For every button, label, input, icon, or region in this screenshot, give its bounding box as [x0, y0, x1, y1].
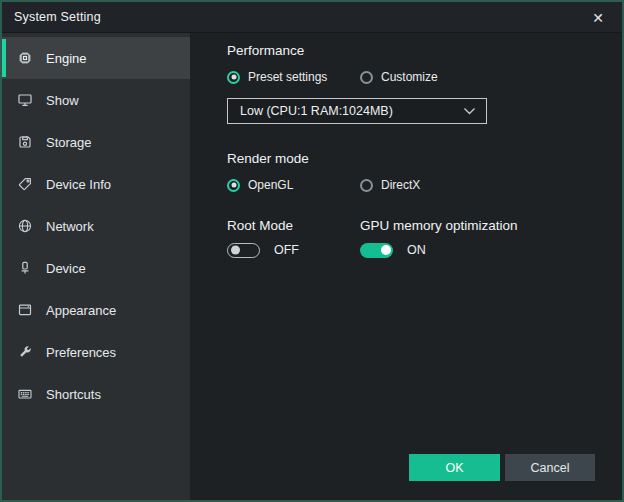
root-mode-label: Root Mode: [227, 217, 360, 235]
wrench-icon: [17, 344, 33, 360]
radio-directx[interactable]: DirectX: [360, 178, 622, 192]
sidebar-item-label: Device Info: [46, 177, 111, 192]
radio-customize[interactable]: Customize: [360, 70, 622, 84]
sidebar-item-label: Appearance: [46, 303, 116, 318]
toggle-knob: [381, 245, 391, 255]
radio-label: DirectX: [381, 178, 420, 192]
radio-unselected-icon[interactable]: [360, 71, 373, 84]
radio-selected-icon[interactable]: [227, 71, 240, 84]
sidebar-item-label: Shortcuts: [46, 387, 101, 402]
gpu-memory-state: ON: [407, 243, 426, 257]
render-mode-radio-group: OpenGL DirectX: [227, 177, 622, 193]
sidebar-item-label: Storage: [46, 135, 92, 150]
gpu-memory-toggle[interactable]: [360, 243, 393, 258]
root-mode-state: OFF: [274, 243, 299, 257]
sidebar-item-device[interactable]: Device: [2, 247, 190, 289]
ok-button[interactable]: OK: [409, 454, 500, 481]
gpu-memory-toggle-wrap: ON: [360, 243, 622, 258]
chevron-down-icon: [463, 107, 476, 115]
root-mode-toggle[interactable]: [227, 243, 260, 258]
radio-label: Preset settings: [248, 70, 327, 84]
close-icon[interactable]: ✕: [584, 2, 612, 33]
usb-device-icon: [17, 260, 33, 276]
performance-section-title: Performance: [227, 42, 622, 60]
globe-icon: [17, 218, 33, 234]
render-mode-section-title: Render mode: [227, 150, 622, 168]
radio-selected-icon[interactable]: [227, 179, 240, 192]
engine-chip-icon: [17, 50, 33, 66]
sidebar-item-label: Network: [46, 219, 94, 234]
sidebar-item-storage[interactable]: Storage: [2, 121, 190, 163]
radio-preset-settings[interactable]: Preset settings: [227, 70, 360, 84]
sidebar-item-label: Device: [46, 261, 86, 276]
cancel-button[interactable]: Cancel: [505, 454, 595, 481]
toggles-row: OFF ON: [227, 242, 622, 258]
monitor-icon: [17, 92, 33, 108]
radio-label: Customize: [381, 70, 438, 84]
footer-buttons: OK Cancel: [409, 454, 595, 481]
sidebar-item-label: Show: [46, 93, 79, 108]
gpu-memory-label: GPU memory optimization: [360, 217, 622, 235]
sidebar-item-label: Engine: [46, 51, 86, 66]
sidebar-item-network[interactable]: Network: [2, 205, 190, 247]
titlebar: System Setting ✕: [2, 2, 622, 33]
preset-dropdown-value: Low (CPU:1 RAM:1024MB): [240, 104, 463, 118]
toggle-knob: [231, 246, 240, 255]
floppy-disk-icon: [17, 134, 33, 150]
window-icon: [17, 302, 33, 318]
radio-opengl[interactable]: OpenGL: [227, 178, 360, 192]
toggle-labels-row: Root Mode GPU memory optimization: [227, 217, 622, 235]
sidebar-item-engine[interactable]: Engine: [2, 37, 190, 79]
sidebar-item-preferences[interactable]: Preferences: [2, 331, 190, 373]
performance-radio-group: Preset settings Customize: [227, 69, 622, 85]
root-mode-toggle-wrap: OFF: [227, 243, 360, 258]
settings-panel: Performance Preset settings Customize Lo…: [190, 33, 622, 500]
sidebar-item-shortcuts[interactable]: Shortcuts: [2, 373, 190, 415]
system-setting-dialog: System Setting ✕ Engine Show: [0, 0, 624, 502]
radio-unselected-icon[interactable]: [360, 179, 373, 192]
sidebar-item-show[interactable]: Show: [2, 79, 190, 121]
radio-label: OpenGL: [248, 178, 293, 192]
sidebar-item-appearance[interactable]: Appearance: [2, 289, 190, 331]
sidebar-item-device-info[interactable]: Device Info: [2, 163, 190, 205]
preset-dropdown[interactable]: Low (CPU:1 RAM:1024MB): [227, 98, 487, 124]
sidebar-item-label: Preferences: [46, 345, 116, 360]
tag-icon: [17, 176, 33, 192]
window-title: System Setting: [2, 10, 101, 24]
sidebar: Engine Show Storage: [2, 33, 190, 500]
keyboard-icon: [17, 386, 33, 402]
